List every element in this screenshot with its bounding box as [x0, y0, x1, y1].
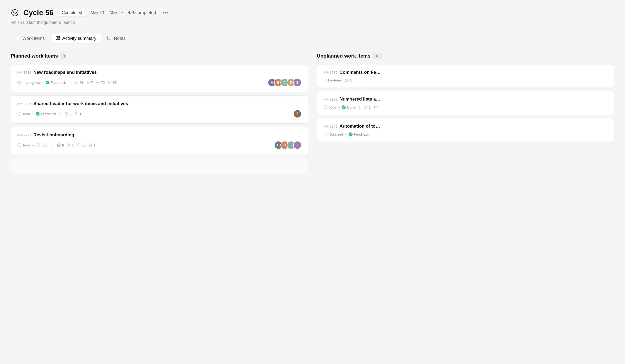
status-flow-2249: Not sized → Feedback — [323, 132, 369, 136]
branch-icon — [75, 112, 79, 116]
todo-icon — [17, 112, 21, 116]
checks-1738: 26 — [75, 81, 83, 85]
avatars-2221: G H I J — [274, 141, 302, 149]
card-km-2221[interactable]: KM-2221 Revisit onboarding Todo → — [11, 127, 308, 155]
svg-rect-42 — [91, 144, 92, 145]
svg-rect-44 — [91, 145, 92, 146]
more-options-button[interactable]: ••• — [160, 9, 170, 17]
card-id-2221: KM-2221 — [17, 133, 31, 137]
todo-icon-from — [17, 143, 21, 147]
unplanned-title: Unplanned work items — [317, 53, 371, 59]
in-progress-icon — [17, 80, 21, 85]
svg-rect-43 — [89, 145, 90, 146]
svg-point-30 — [75, 115, 76, 115]
svg-point-16 — [46, 81, 49, 84]
status-from-2221: Todo — [23, 143, 30, 147]
cycle-icon — [11, 8, 19, 17]
card-id-2285: KM-2285 — [17, 102, 31, 106]
avatar: J — [293, 141, 302, 149]
card-title-2285: Shared header for work items and initiat… — [33, 101, 128, 106]
svg-point-52 — [365, 106, 366, 107]
card-meta-2249: Not sized → Feedback — [323, 132, 369, 136]
card-km-2249[interactable]: KM-2249 Automation of to… Not sized → — [317, 118, 614, 142]
card-km-2285[interactable]: KM-2285 Shared header for work items and… — [11, 96, 308, 124]
modules-2221: 1 — [89, 143, 95, 147]
card-km-1785[interactable]: KM-1785 Comments on Fe… Features — [317, 64, 614, 88]
svg-point-15 — [18, 81, 21, 84]
page-header: Cycle 56 Completed Mar 11 – Mar 17 4/9 c… — [11, 8, 614, 17]
tab-notes[interactable]: Notes — [102, 33, 130, 44]
unplanned-header: Unplanned work items 18 — [317, 53, 614, 59]
card-title-2199: Numbered lists a… — [340, 97, 380, 102]
tabs: Work items Activity summary — [11, 33, 614, 44]
svg-point-26 — [18, 112, 21, 116]
feedback-icon-2249 — [349, 132, 353, 136]
svg-point-47 — [346, 81, 346, 82]
branches-2199: 2 — [364, 105, 371, 109]
branch-icon — [86, 81, 90, 84]
branch-icon — [364, 105, 368, 109]
planned-header: Planned work items 9 — [11, 53, 308, 59]
status-to-1738: Feedback — [51, 81, 66, 85]
svg-point-58 — [349, 132, 353, 136]
todo-icon-to — [36, 143, 40, 147]
unplanned-column: Unplanned work items 18 KM-1785 Comments… — [317, 53, 614, 177]
svg-point-33 — [18, 144, 21, 147]
branch-icon — [67, 143, 71, 147]
tab-activity-summary[interactable]: Activity summary — [51, 33, 101, 44]
cycle-title: Cycle 56 — [23, 8, 54, 17]
card-id-1785: KM-1785 — [323, 71, 337, 75]
status-badge: Completed — [58, 9, 86, 16]
feedback-icon-1738 — [45, 80, 50, 85]
tag-1785: Features — [323, 78, 342, 82]
card-title-1738: New roadmaps and initiatives — [33, 70, 97, 75]
avatars-2285: F — [293, 110, 302, 118]
card-meta-1785: Features 1 — [323, 78, 352, 82]
done-icon-2199 — [342, 105, 346, 109]
unplanned-count: 18 — [373, 53, 382, 59]
status-flow-2221: Todo → Todo — [17, 143, 48, 147]
checkbox-icon — [57, 143, 61, 147]
status-flow-2285: Todo → Feedback — [17, 112, 56, 116]
tab-work-items-label: Work items — [22, 36, 45, 41]
content-area: Planned work items 9 KM-1738 New roadmap… — [11, 53, 614, 177]
comments-2221: 53 — [77, 143, 85, 147]
branch-icon — [345, 79, 349, 82]
avatars-1738: A B C D E — [268, 78, 302, 87]
comments-1738: 55 — [108, 81, 116, 85]
card-km-2199[interactable]: KM-2199 Numbered lists a… Todo → — [317, 91, 614, 115]
svg-rect-56 — [374, 106, 377, 108]
list-icon — [15, 36, 20, 41]
svg-point-29 — [75, 112, 76, 113]
svg-rect-8 — [56, 36, 60, 40]
svg-point-51 — [342, 105, 346, 109]
card-meta-2221: Todo → Todo — [17, 143, 96, 147]
card-id-2249: KM-2249 — [323, 124, 337, 128]
card-partial[interactable] — [11, 158, 308, 174]
tab-work-items[interactable]: Work items — [11, 33, 50, 44]
svg-point-37 — [68, 146, 68, 147]
activity-icon — [55, 36, 60, 41]
card-title-2221: Revisit onboarding — [33, 132, 74, 138]
comment-icon — [77, 143, 81, 147]
todo-icon-2199 — [323, 105, 328, 109]
commit-icon — [96, 81, 100, 84]
comment-icon — [108, 81, 112, 84]
card-km-1738[interactable]: KM-1738 New roadmaps and initiatives In … — [11, 64, 308, 92]
tab-activity-summary-label: Activity summary — [62, 36, 96, 41]
checks-2285: 2 — [65, 112, 71, 116]
branches-2221: 2 — [67, 143, 74, 147]
status-flow-2199: Todo → Done — [323, 105, 355, 109]
module-icon — [89, 143, 92, 147]
svg-point-34 — [36, 144, 40, 147]
checks-2221: 9 — [57, 143, 64, 147]
status-to-2221: Todo — [41, 143, 48, 147]
status-from-2285: Todo — [23, 112, 30, 116]
svg-point-18 — [87, 81, 88, 82]
avatar: E — [293, 78, 302, 87]
svg-rect-41 — [89, 144, 90, 145]
svg-point-53 — [365, 108, 366, 109]
status-flow-1738: In progress → Feedback — [17, 80, 66, 85]
subtitle: Finish up last things before launch — [11, 20, 614, 25]
avatar: F — [293, 110, 302, 118]
